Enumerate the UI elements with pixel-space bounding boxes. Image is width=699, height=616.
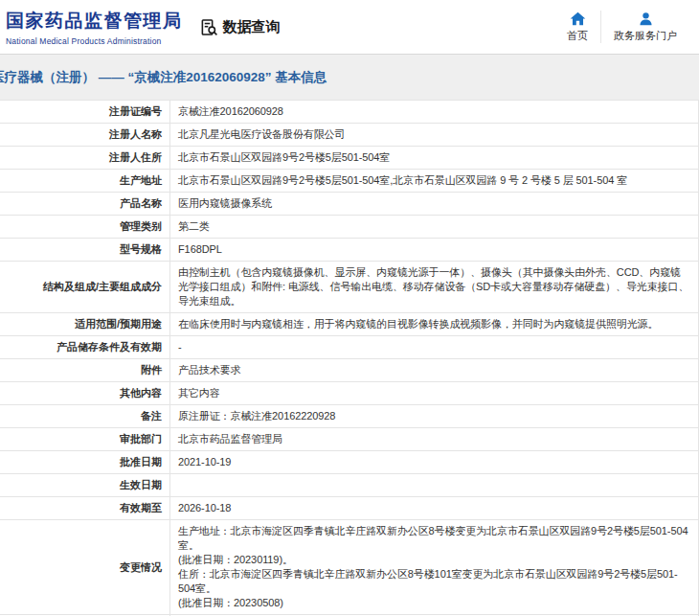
field-label: 审批部门 xyxy=(0,428,170,450)
field-label: 生效日期 xyxy=(0,474,170,496)
nav-home-label: 首页 xyxy=(567,29,588,43)
field-label: 结构及组成/主要组成成分 xyxy=(0,262,170,312)
registration-detail-table: 注册证编号 京械注准20162060928 注册人名称 北京凡星光电医疗设备股份… xyxy=(0,100,699,616)
user-icon xyxy=(638,11,654,27)
field-value: 其它内容 xyxy=(170,382,698,404)
field-label: 备注 xyxy=(0,405,170,427)
logo-subtitle: National Medical Products Administration xyxy=(6,36,183,46)
row-approval-department: 审批部门 北京市药品监督管理局 xyxy=(0,428,698,451)
row-structure-composition: 结构及组成/主要组成成分 由控制主机（包含内窥镜摄像机、显示屏、内窥镜光源于一体… xyxy=(0,262,698,313)
field-value: 原注册证：京械注准20162220928 xyxy=(170,405,698,427)
row-registration-cert-number: 注册证编号 京械注准20162060928 xyxy=(0,101,698,124)
field-label: 产品名称 xyxy=(0,193,170,215)
field-label: 适用范围/预期用途 xyxy=(0,313,170,335)
field-label: 变更情况 xyxy=(0,520,170,614)
home-icon xyxy=(570,11,586,27)
row-production-address: 生产地址 北京市石景山区双园路9号2号楼5层501-504室,北京市石景山区双园… xyxy=(0,170,698,193)
field-label: 注册人住所 xyxy=(0,147,170,169)
row-effective-date: 生效日期 xyxy=(0,474,698,497)
page-title: 医疗器械（注册） —— “京械注准20162060928” 基本信息 xyxy=(0,69,327,86)
data-query-icon xyxy=(200,18,218,36)
field-label: 管理类别 xyxy=(0,216,170,238)
field-label: 生产地址 xyxy=(0,170,170,192)
nmpa-logo: 国家药品监督管理局 National Medical Products Admi… xyxy=(6,9,183,46)
field-value: 生产地址：北京市海淀区四季青镇北辛庄路双新办公区8号楼变更为北京市石景山区双园路… xyxy=(170,520,698,614)
page-title-bar: 医疗器械（注册） —— “京械注准20162060928” 基本信息 xyxy=(0,55,699,100)
row-storage-conditions: 产品储存条件及有效期 - xyxy=(0,336,698,359)
field-value: 由控制主机（包含内窥镜摄像机、显示屏、内窥镜光源于一体）、摄像头（其中摄像头由外… xyxy=(170,262,698,312)
field-label: 批准日期 xyxy=(0,451,170,473)
row-remarks: 备注 原注册证：京械注准20162220928 xyxy=(0,405,698,428)
field-value: F168DPL xyxy=(170,239,698,261)
row-change-info: 变更情况 生产地址：北京市海淀区四季青镇北辛庄路双新办公区8号楼变更为北京市石景… xyxy=(0,520,698,615)
field-label: 产品储存条件及有效期 xyxy=(0,336,170,358)
field-value: 北京市药品监督管理局 xyxy=(170,428,698,450)
logo-title: 国家药品监督管理局 xyxy=(6,9,183,34)
field-value: 第二类 xyxy=(170,216,698,238)
top-navigation: 首页 政务服务门户 xyxy=(554,11,689,43)
field-value: 2026-10-18 xyxy=(170,497,698,519)
nav-gov-portal-label: 政务服务门户 xyxy=(614,29,677,43)
field-value: 医用内窥镜摄像系统 xyxy=(170,193,698,215)
data-query-label: 数据查询 xyxy=(223,18,281,36)
data-query-header: 数据查询 xyxy=(200,18,281,36)
nav-home[interactable]: 首页 xyxy=(554,11,600,43)
row-valid-until: 有效期至 2026-10-18 xyxy=(0,497,698,520)
field-value: 北京市石景山区双园路9号2号楼5层501-504室,北京市石景山区双园路 9 号… xyxy=(170,170,698,192)
field-label: 注册人名称 xyxy=(0,124,170,146)
row-attachment: 附件 产品技术要求 xyxy=(0,359,698,382)
field-value: 2021-10-19 xyxy=(170,451,698,473)
field-label: 有效期至 xyxy=(0,497,170,519)
row-management-class: 管理类别 第二类 xyxy=(0,216,698,239)
row-approval-date: 批准日期 2021-10-19 xyxy=(0,451,698,474)
field-label: 其他内容 xyxy=(0,382,170,404)
field-value xyxy=(170,474,698,496)
field-value: - xyxy=(170,336,698,358)
field-value: 京械注准20162060928 xyxy=(170,101,698,123)
row-product-name: 产品名称 医用内窥镜摄像系统 xyxy=(0,193,698,216)
field-value: 北京凡星光电医疗设备股份有限公司 xyxy=(170,124,698,146)
field-value: 产品技术要求 xyxy=(170,359,698,381)
row-registrant-address: 注册人住所 北京市石景山区双园路9号2号楼5层501-504室 xyxy=(0,147,698,170)
field-value: 北京市石景山区双园路9号2号楼5层501-504室 xyxy=(170,147,698,169)
row-intended-use: 适用范围/预期用途 在临床使用时与内窥镜相连，用于将内窥镜的目视影像转换成视频影… xyxy=(0,313,698,336)
row-model-spec: 型号规格 F168DPL xyxy=(0,239,698,262)
row-registrant-name: 注册人名称 北京凡星光电医疗设备股份有限公司 xyxy=(0,124,698,147)
field-label: 附件 xyxy=(0,359,170,381)
field-value: 在临床使用时与内窥镜相连，用于将内窥镜的目视影像转换成视频影像，并同时为内窥镜提… xyxy=(170,313,698,335)
field-label: 注册证编号 xyxy=(0,101,170,123)
nav-gov-portal[interactable]: 政务服务门户 xyxy=(600,11,689,43)
row-other-content: 其他内容 其它内容 xyxy=(0,382,698,405)
header: 国家药品监督管理局 National Medical Products Admi… xyxy=(0,0,699,55)
field-label: 型号规格 xyxy=(0,239,170,261)
